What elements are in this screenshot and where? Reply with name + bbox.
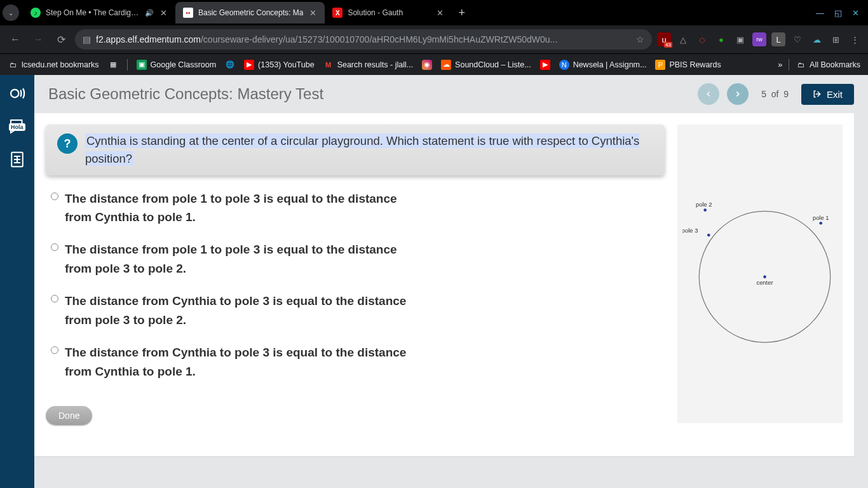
ext-l-icon[interactable]: L bbox=[771, 32, 785, 46]
chrome-menu-icon[interactable]: ⋮ bbox=[848, 32, 862, 46]
browser-toolbar: ← → ⟳ ▤ f2.apps.elf.edmentum.com/coursew… bbox=[0, 25, 868, 53]
pole3-label: pole 3 bbox=[682, 227, 698, 234]
tab-title: Basic Geometric Concepts: Ma bbox=[198, 8, 303, 17]
close-icon[interactable]: ✕ bbox=[159, 8, 168, 17]
bookmark-instagram[interactable]: ◉ bbox=[422, 60, 432, 70]
tab-gauth[interactable]: X Solution - Gauth ✕ bbox=[325, 2, 452, 24]
bookmark-globe[interactable]: 🌐 bbox=[225, 60, 235, 70]
radio-button[interactable] bbox=[51, 193, 58, 200]
ublock-icon[interactable]: u43 bbox=[657, 32, 671, 46]
calculator-button[interactable] bbox=[8, 150, 27, 169]
bookmark-apps[interactable]: ▦ bbox=[108, 60, 118, 70]
bookmark-star-icon[interactable]: ☆ bbox=[636, 34, 644, 44]
option-text: The distance from pole 1 to pole 3 is eq… bbox=[65, 240, 408, 278]
exit-button[interactable]: Exit bbox=[801, 84, 854, 105]
svg-point-10 bbox=[707, 234, 710, 237]
question-prompt: Cynthia is standing at the center of a c… bbox=[85, 133, 639, 166]
bookmark-soundcloud[interactable]: ☁SoundCloud – Liste... bbox=[441, 60, 531, 70]
browser-tabstrip: ⌄ ♪ Step On Me • The Cardigans 🔊 ✕ •• Ba… bbox=[0, 0, 868, 25]
spotify-icon: ♪ bbox=[31, 8, 41, 18]
bookmark-classroom[interactable]: ▣Google Classroom bbox=[137, 60, 217, 70]
radio-button[interactable] bbox=[51, 346, 58, 354]
translate-button[interactable]: Hola bbox=[8, 117, 27, 136]
close-icon[interactable]: ✕ bbox=[308, 8, 317, 17]
read-aloud-button[interactable] bbox=[8, 84, 27, 103]
soundcloud-icon: ☁ bbox=[441, 60, 451, 70]
bookmarks-overflow-button[interactable]: » bbox=[778, 60, 782, 69]
radio-button[interactable] bbox=[51, 243, 58, 251]
drive-icon[interactable]: △ bbox=[676, 32, 690, 46]
bookmark-youtube[interactable]: ▶(1353) YouTube bbox=[244, 60, 315, 70]
main-column: Basic Geometric Concepts: Mastery Test 5… bbox=[34, 75, 868, 488]
svg-point-8 bbox=[819, 222, 822, 225]
folder-icon: 🗀 bbox=[8, 60, 18, 70]
question-mark-icon: ? bbox=[57, 133, 78, 154]
done-button[interactable]: Done bbox=[46, 406, 92, 425]
youtube-icon: ▶ bbox=[244, 60, 254, 70]
forward-button[interactable]: → bbox=[29, 30, 47, 48]
tab-edmentum[interactable]: •• Basic Geometric Concepts: Ma ✕ bbox=[175, 2, 325, 24]
newsela-icon: N bbox=[559, 60, 569, 70]
question-column: ? Cynthia is standing at the center of a… bbox=[46, 125, 665, 445]
playground-figure: center pole 1 pole 2 pole 3 bbox=[682, 130, 837, 418]
edmentum-icon: •• bbox=[183, 8, 193, 18]
close-icon[interactable]: ✕ bbox=[435, 8, 444, 17]
bookmark-gmail[interactable]: MSearch results - jlall... bbox=[323, 60, 413, 70]
ext-heart-icon[interactable]: ♡ bbox=[790, 32, 804, 46]
gauth-icon: X bbox=[332, 8, 342, 18]
app-header: Basic Geometric Concepts: Mastery Test 5… bbox=[34, 75, 868, 113]
tab-title: Step On Me • The Cardigans bbox=[46, 8, 140, 17]
figure-panel: center pole 1 pole 2 pole 3 bbox=[677, 125, 843, 423]
separator bbox=[789, 59, 789, 71]
bookmark-youtube-2[interactable]: ▶ bbox=[540, 60, 550, 70]
shield-icon[interactable]: ◇ bbox=[695, 32, 709, 46]
ext-purple-icon[interactable]: rw bbox=[752, 32, 766, 46]
url-domain: f2.apps.elf.edmentum.com bbox=[96, 34, 201, 44]
extensions-button[interactable]: ⊞ bbox=[829, 32, 843, 46]
answer-option-4[interactable]: The distance from Cynthia to pole 3 is e… bbox=[51, 343, 665, 381]
answer-option-3[interactable]: The distance from Cynthia to pole 3 is e… bbox=[51, 292, 665, 329]
progress-indicator: 5 of 9 bbox=[761, 89, 789, 99]
answer-option-2[interactable]: The distance from pole 1 to pole 3 is eq… bbox=[51, 240, 665, 278]
folder-icon: 🗀 bbox=[796, 60, 806, 70]
left-tool-rail: Hola bbox=[0, 75, 34, 488]
bookmark-newsela[interactable]: NNewsela | Assignm... bbox=[559, 60, 647, 70]
ext-cloud-icon[interactable]: ☁ bbox=[810, 32, 824, 46]
radio-button[interactable] bbox=[51, 295, 58, 302]
address-bar[interactable]: ▤ f2.apps.elf.edmentum.com/courseware-de… bbox=[75, 29, 652, 50]
app-viewport: Hola Basic Geometric Concepts: Mastery T… bbox=[0, 75, 868, 488]
bookmarks-bar: 🗀lcsedu.net bookmarks ▦ ▣Google Classroo… bbox=[0, 53, 868, 75]
tab-search-button[interactable]: ⌄ bbox=[3, 4, 19, 21]
classroom-icon: ▣ bbox=[137, 60, 147, 70]
gmail-icon: M bbox=[323, 60, 334, 70]
site-info-icon[interactable]: ▤ bbox=[83, 34, 91, 44]
question-prompt-box: ? Cynthia is standing at the center of a… bbox=[46, 125, 665, 175]
bookmark-pbis[interactable]: PPBIS Rewards bbox=[655, 60, 721, 70]
page-title: Basic Geometric Concepts: Mastery Test bbox=[48, 85, 323, 103]
globe-icon: 🌐 bbox=[225, 60, 235, 70]
pole2-label: pole 2 bbox=[696, 201, 712, 208]
option-text: The distance from Cynthia to pole 3 is e… bbox=[65, 343, 408, 381]
next-question-button[interactable] bbox=[727, 83, 749, 105]
maximize-icon[interactable]: ◱ bbox=[834, 8, 842, 18]
tab-spotify[interactable]: ♪ Step On Me • The Cardigans 🔊 ✕ bbox=[23, 2, 175, 24]
answer-option-1[interactable]: The distance from pole 1 to pole 3 is eq… bbox=[51, 189, 665, 227]
ext-generic-icon[interactable]: ▣ bbox=[733, 32, 747, 46]
pole1-label: pole 1 bbox=[813, 215, 829, 221]
close-window-icon[interactable]: ✕ bbox=[852, 8, 859, 18]
option-text: The distance from pole 1 to pole 3 is eq… bbox=[65, 189, 408, 227]
all-bookmarks-button[interactable]: 🗀All Bookmarks bbox=[796, 60, 860, 70]
reload-button[interactable]: ⟳ bbox=[52, 30, 70, 48]
back-button[interactable]: ← bbox=[6, 30, 24, 48]
bookmark-folder[interactable]: 🗀lcsedu.net bookmarks bbox=[8, 60, 99, 70]
extensions-row: u43 △ ◇ ● ▣ rw L ♡ ☁ ⊞ ⋮ bbox=[657, 32, 862, 46]
lastpass-icon[interactable]: ● bbox=[714, 32, 728, 46]
option-text: The distance from Cynthia to pole 3 is e… bbox=[65, 292, 408, 329]
hola-badge: Hola bbox=[9, 123, 25, 131]
new-tab-button[interactable]: + bbox=[452, 6, 471, 20]
prev-question-button[interactable] bbox=[698, 83, 719, 105]
minimize-icon[interactable]: — bbox=[816, 8, 824, 18]
svg-point-0 bbox=[11, 90, 19, 98]
audio-playing-icon[interactable]: 🔊 bbox=[145, 8, 154, 17]
separator bbox=[127, 59, 128, 71]
